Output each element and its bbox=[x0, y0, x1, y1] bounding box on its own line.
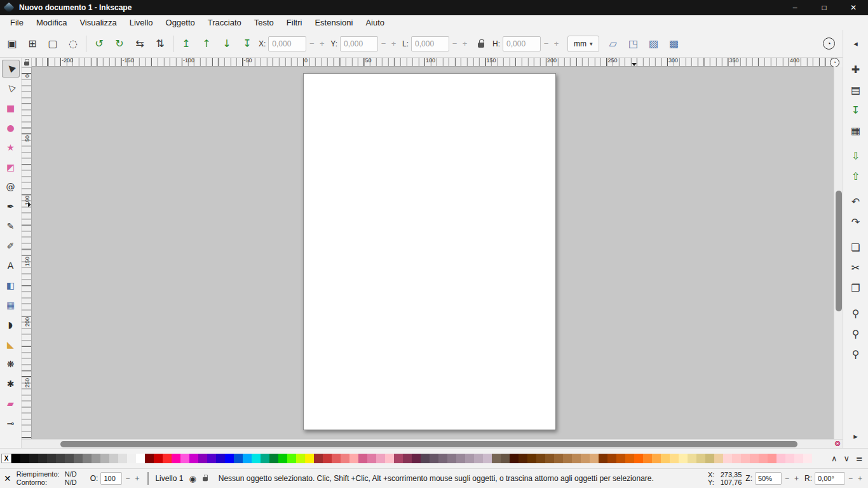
height-minus-button[interactable]: − bbox=[541, 36, 551, 51]
palette-swatch[interactable] bbox=[465, 454, 474, 463]
palette-swatch[interactable] bbox=[412, 454, 421, 463]
color-profile-icon[interactable]: ❂ bbox=[832, 440, 843, 448]
palette-swatch[interactable] bbox=[403, 454, 412, 463]
height-plus-button[interactable]: + bbox=[552, 36, 561, 51]
palette-swatch[interactable] bbox=[100, 454, 109, 463]
palette-swatch[interactable] bbox=[83, 454, 92, 463]
palette-swatch[interactable] bbox=[492, 454, 501, 463]
palette-swatch[interactable] bbox=[750, 454, 759, 463]
move-patterns-toggle[interactable]: ▩ bbox=[665, 34, 684, 53]
opacity-plus-button[interactable]: + bbox=[133, 474, 141, 483]
rotation-plus-button[interactable]: + bbox=[856, 474, 864, 483]
paste-button[interactable]: ❐ bbox=[846, 279, 865, 297]
palette-swatch[interactable] bbox=[109, 454, 118, 463]
palette-swatch[interactable] bbox=[607, 454, 616, 463]
spray-tool[interactable]: ✱ bbox=[2, 375, 20, 393]
palette-swatch[interactable] bbox=[545, 454, 554, 463]
select-all-layers-button[interactable]: ⊞ bbox=[23, 34, 42, 53]
palette-swatch[interactable] bbox=[323, 454, 332, 463]
star-tool[interactable]: ★ bbox=[2, 139, 20, 156]
zoom-input[interactable] bbox=[755, 472, 782, 485]
palette-swatch[interactable] bbox=[643, 454, 652, 463]
palette-swatch[interactable] bbox=[154, 454, 163, 463]
palette-swatch[interactable] bbox=[29, 454, 38, 463]
palette-swatch[interactable] bbox=[768, 454, 776, 463]
menu-filtri[interactable]: Filtri bbox=[280, 16, 309, 29]
menu-aiuto[interactable]: Aiuto bbox=[359, 16, 391, 29]
eraser-tool[interactable]: ▰ bbox=[2, 395, 20, 412]
palette-swatch[interactable] bbox=[705, 454, 714, 463]
box3d-tool[interactable]: ◩ bbox=[2, 158, 20, 176]
flip-vertical-button[interactable]: ⇅ bbox=[151, 34, 170, 53]
palette-swatch[interactable] bbox=[385, 454, 394, 463]
connector-tool[interactable]: ⊸ bbox=[2, 414, 20, 432]
palette-swatch[interactable] bbox=[234, 454, 243, 463]
scale-corners-toggle[interactable]: ◳ bbox=[624, 34, 643, 53]
palette-swatch[interactable] bbox=[47, 454, 56, 463]
palette-swatch[interactable] bbox=[572, 454, 581, 463]
canvas-rotation-dial[interactable]: ◔ bbox=[830, 58, 839, 67]
menu-visualizza[interactable]: Visualizza bbox=[73, 16, 123, 29]
rotate-cw-button[interactable]: ↻ bbox=[110, 34, 129, 53]
palette-swatch[interactable] bbox=[483, 454, 492, 463]
bezier-tool[interactable]: ✒ bbox=[2, 198, 20, 215]
horizontal-ruler[interactable]: -200-150-100-50050100150200250300350400 bbox=[32, 58, 834, 67]
node-tool[interactable]: ▷ bbox=[2, 79, 20, 97]
palette-swatch[interactable] bbox=[349, 454, 358, 463]
move-gradients-toggle[interactable]: ▨ bbox=[644, 34, 663, 53]
zoom-drawing-button[interactable]: ⚲ bbox=[846, 325, 865, 342]
palette-swatch[interactable] bbox=[438, 454, 447, 463]
palette-swatch[interactable] bbox=[269, 454, 278, 463]
vertical-scrollbar[interactable] bbox=[834, 67, 843, 439]
text-tool[interactable]: A bbox=[2, 257, 20, 274]
palette-swatch[interactable] bbox=[616, 454, 625, 463]
horizontal-scrollbar-thumb[interactable] bbox=[60, 441, 797, 447]
palette-swatch[interactable] bbox=[172, 454, 180, 463]
palette-swatch[interactable] bbox=[510, 454, 519, 463]
duplicate-button[interactable]: ❏ bbox=[846, 238, 865, 256]
palette-menu-button[interactable]: ≡ bbox=[856, 454, 863, 463]
palette-scroll-up-button[interactable]: ∧ bbox=[831, 454, 837, 463]
palette-swatch[interactable] bbox=[65, 454, 74, 463]
palette-scroll-down-button[interactable]: ∨ bbox=[844, 454, 850, 463]
palette-swatch[interactable] bbox=[501, 454, 510, 463]
y-input[interactable] bbox=[340, 36, 378, 51]
layer-lock-toggle[interactable] bbox=[202, 473, 208, 484]
palette-swatch[interactable] bbox=[216, 454, 225, 463]
palette-swatch[interactable] bbox=[278, 454, 287, 463]
selector-tool[interactable]: ▶ bbox=[2, 60, 20, 78]
palette-swatch[interactable] bbox=[447, 454, 456, 463]
palette-swatch[interactable] bbox=[625, 454, 634, 463]
gradient-tool[interactable]: ◧ bbox=[2, 276, 20, 294]
tweak-tool[interactable]: ❋ bbox=[2, 355, 20, 373]
palette-swatch[interactable] bbox=[776, 454, 785, 463]
opacity-minus-button[interactable]: − bbox=[123, 474, 132, 483]
width-plus-button[interactable]: + bbox=[460, 36, 470, 51]
paint-bucket-tool[interactable]: ◣ bbox=[2, 336, 20, 353]
palette-swatch[interactable] bbox=[759, 454, 768, 463]
x-minus-button[interactable]: − bbox=[307, 36, 316, 51]
rectangle-tool[interactable]: ■ bbox=[2, 99, 20, 117]
palette-swatch[interactable] bbox=[661, 454, 670, 463]
fill-stroke-indicator[interactable]: Riempimento: N/D Contorno: N/D bbox=[17, 470, 86, 487]
lower-to-bottom-button[interactable]: ↧ bbox=[238, 34, 257, 53]
zoom-out-button[interactable]: − bbox=[783, 474, 791, 483]
x-plus-button[interactable]: + bbox=[317, 36, 327, 51]
palette-swatch[interactable] bbox=[314, 454, 323, 463]
palette-swatch[interactable] bbox=[421, 454, 430, 463]
zoom-selection-button[interactable]: ⚲ bbox=[846, 304, 865, 322]
palette-swatch[interactable] bbox=[536, 454, 545, 463]
palette-swatch[interactable] bbox=[74, 454, 83, 463]
menu-oggetto[interactable]: Oggetto bbox=[159, 16, 201, 29]
raise-to-top-button[interactable]: ↥ bbox=[177, 34, 196, 53]
palette-swatch[interactable] bbox=[794, 454, 803, 463]
maximize-button[interactable]: □ bbox=[810, 0, 839, 15]
palette-swatch[interactable] bbox=[341, 454, 349, 463]
palette-swatch[interactable] bbox=[474, 454, 483, 463]
palette-swatch[interactable] bbox=[394, 454, 403, 463]
undo-button[interactable]: ↶ bbox=[846, 193, 865, 210]
palette-swatch[interactable] bbox=[634, 454, 643, 463]
canvas[interactable] bbox=[32, 67, 834, 439]
close-button[interactable]: ✕ bbox=[839, 0, 868, 15]
x-input[interactable] bbox=[268, 36, 306, 51]
